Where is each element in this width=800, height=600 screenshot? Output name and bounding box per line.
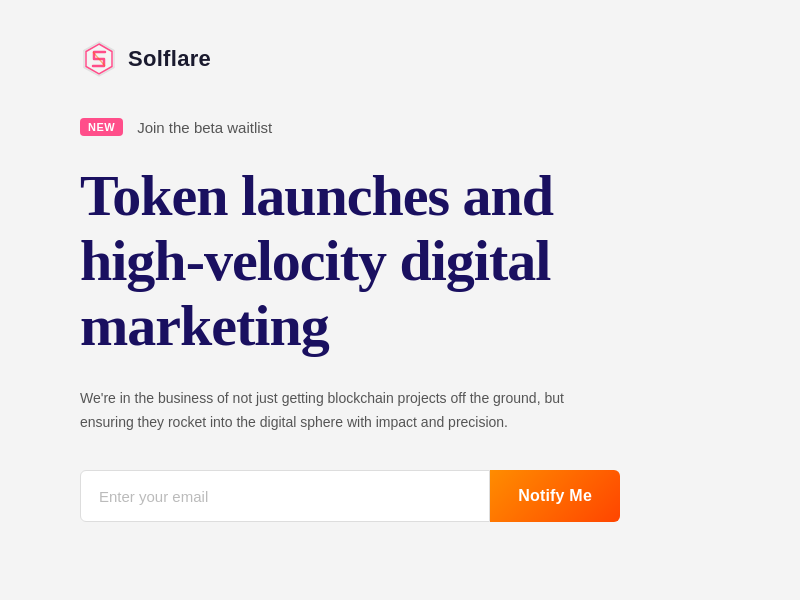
logo-container: Solflare: [80, 40, 211, 78]
hero-heading: Token launches and high-velocity digital…: [80, 164, 660, 359]
email-input[interactable]: [80, 470, 490, 522]
brand-name: Solflare: [128, 46, 211, 72]
badge-text: Join the beta waitlist: [137, 119, 272, 136]
new-badge: NEW: [80, 118, 123, 136]
cta-row: Notify Me: [80, 470, 620, 522]
notify-button[interactable]: Notify Me: [490, 470, 620, 522]
navbar: Solflare: [80, 40, 720, 78]
solflare-logo-icon: [80, 40, 118, 78]
badge-row: NEW Join the beta waitlist: [80, 118, 720, 136]
hero-description: We're in the business of not just gettin…: [80, 387, 620, 435]
page-wrapper: Solflare NEW Join the beta waitlist Toke…: [0, 0, 800, 600]
